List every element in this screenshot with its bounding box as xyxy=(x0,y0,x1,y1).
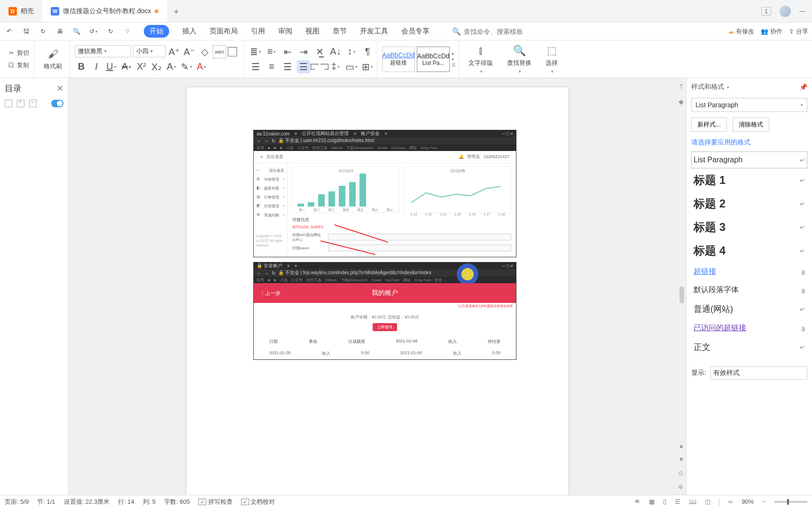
show-marks-icon[interactable]: ¶ xyxy=(361,45,374,58)
sb-pos[interactable]: 设置值: 22.3厘米 xyxy=(64,498,110,506)
tab-daoqiao[interactable]: D 稻壳 xyxy=(0,0,42,22)
document-area[interactable]: ⤒ ◆ aa.51xaker.com×公开社流网站后台管理×账户安全×− □ ×… xyxy=(69,78,686,495)
outdent-icon[interactable]: ⇤ xyxy=(281,45,294,58)
line-spacing-icon[interactable]: ‡▾ xyxy=(329,60,342,73)
web-layout-icon[interactable]: ▦ xyxy=(649,498,655,505)
style-item-h3[interactable]: 标题 3↵ xyxy=(691,215,807,239)
sb-proof[interactable]: ✓ 文档校对 xyxy=(241,498,275,506)
distribute-icon[interactable]: ⫍⫎ xyxy=(313,60,326,73)
print-layout-icon[interactable]: ▯ xyxy=(663,498,666,505)
text-effects-icon[interactable]: ✕̲ xyxy=(313,45,326,58)
print-icon[interactable]: 🖶 xyxy=(55,26,65,37)
new-style-button[interactable]: 新样式... xyxy=(691,118,727,132)
new-tab-button[interactable]: ＋ xyxy=(167,0,186,22)
style-item-h2[interactable]: 标题 2↵ xyxy=(691,192,807,215)
save-icon[interactable]: 🖫 xyxy=(21,26,31,37)
align-left-icon[interactable]: ☰ xyxy=(249,60,262,73)
sb-section[interactable]: 节: 1/1 xyxy=(37,498,55,506)
side-by-side-icon[interactable]: ◫ xyxy=(705,498,710,505)
share-link[interactable]: ⇪分享 xyxy=(789,27,808,36)
find-replace-button[interactable]: 🔍查找替换▾ xyxy=(502,45,536,74)
styles-up-icon[interactable]: ▴ xyxy=(452,50,456,56)
print-preview-icon[interactable]: ↻ xyxy=(38,26,48,37)
tab-member[interactable]: 会员专享 xyxy=(401,27,429,36)
italic-icon[interactable]: I xyxy=(90,60,103,73)
select-button[interactable]: ⬚选择▾ xyxy=(541,45,562,74)
underline-icon[interactable]: U▾ xyxy=(105,60,118,73)
collapse-ribbon-icon[interactable]: ⤒ xyxy=(679,83,684,90)
style-item-list-para[interactable]: List Paragraph↵ xyxy=(691,151,807,168)
outline-icon[interactable]: ☰ xyxy=(675,498,680,505)
toc-minus-icon[interactable]: − xyxy=(29,100,37,107)
style-item-h4[interactable]: 标题 4↵ xyxy=(691,239,807,262)
sb-page[interactable]: 页面: 5/9 xyxy=(5,498,29,506)
style-item-default-font[interactable]: 默认段落字体a xyxy=(691,281,807,299)
clear-format-button[interactable]: 清除格式 xyxy=(733,118,769,132)
style-hyperlink[interactable]: AaBbCcDd 超链接 xyxy=(382,47,415,72)
sb-words[interactable]: 字数: 605 xyxy=(164,498,190,506)
style-list-para[interactable]: AaBbCcDd List Pa... xyxy=(417,47,450,72)
undo-icon[interactable]: ↺▾ xyxy=(88,26,99,37)
ai-icon[interactable]: ◆ xyxy=(679,98,684,105)
align-justify-icon[interactable]: ☰ xyxy=(297,60,310,73)
tab-page-layout[interactable]: 页面布局 xyxy=(210,27,238,36)
zoom-value[interactable]: 90% xyxy=(742,498,754,505)
current-style-select[interactable]: List Paragraph▾ xyxy=(691,98,807,112)
style-item-normal-web[interactable]: 普通(网站)↵ xyxy=(691,299,807,319)
text-layout-button[interactable]: ⫿文字排版▾ xyxy=(464,45,498,74)
tab-dev-tools[interactable]: 开发工具 xyxy=(360,27,388,36)
style-item-hyperlink[interactable]: 超链接a xyxy=(691,262,807,281)
highlight-icon[interactable]: ✎▾ xyxy=(180,60,193,73)
tab-reference[interactable]: 引用 xyxy=(251,27,265,36)
font-color-icon[interactable]: A▾ xyxy=(195,60,208,73)
has-changes-link[interactable]: ☁有修改 xyxy=(728,27,754,36)
shrink-font-icon[interactable]: A⁻ xyxy=(183,45,196,58)
style-item-body[interactable]: 正文↵ xyxy=(691,337,807,357)
bold-icon[interactable]: B xyxy=(75,60,88,73)
avatar-icon[interactable] xyxy=(780,6,791,17)
tab-view[interactable]: 视图 xyxy=(305,27,320,36)
char-border-icon[interactable]: ⃞ xyxy=(228,45,241,58)
tools2-icon[interactable]: ⊕ xyxy=(678,483,684,490)
phonetic-icon[interactable]: wén xyxy=(213,45,226,58)
sb-spell[interactable]: ✓ 拼写检查 xyxy=(198,498,233,506)
scroll-down-icon[interactable]: ▼ xyxy=(678,456,684,463)
toc-collapse-icon[interactable] xyxy=(5,100,12,107)
eye-icon[interactable]: 👁 xyxy=(634,498,640,505)
align-right-icon[interactable]: ☰ xyxy=(281,60,294,73)
indent-icon[interactable]: ⇥ xyxy=(297,45,310,58)
clear-format-icon[interactable]: ◇ xyxy=(198,45,211,58)
back-icon[interactable]: ↶ xyxy=(4,26,14,37)
command-search[interactable]: 🔍 xyxy=(452,27,534,36)
text-direction-icon[interactable]: A↓ xyxy=(329,45,342,58)
scroll-up-icon[interactable]: ▲ xyxy=(678,442,684,449)
shading-icon[interactable]: ▭▾ xyxy=(345,60,358,73)
fit-width-icon[interactable]: ⬄ xyxy=(728,498,733,505)
cut-button[interactable]: ✂剪切 xyxy=(6,48,31,58)
superscript-icon[interactable]: X² xyxy=(135,60,148,73)
tab-review[interactable]: 审阅 xyxy=(278,27,292,36)
toc-toggle[interactable] xyxy=(51,100,63,107)
copy-button[interactable]: ⿻复制 xyxy=(6,60,31,71)
preview-icon[interactable]: 🔍 xyxy=(71,26,82,37)
show-filter-select[interactable]: 有效样式 xyxy=(710,366,807,380)
font-name-select[interactable]: 微软雅黑▾ xyxy=(75,45,131,57)
zoom-out-icon[interactable]: − xyxy=(762,498,766,505)
tab-document[interactable]: W 微信搜题公众号制作教程.docx xyxy=(42,0,167,22)
search-input[interactable] xyxy=(464,28,534,35)
zoom-slider[interactable] xyxy=(774,501,807,503)
reading-icon[interactable]: 📖 xyxy=(689,498,696,505)
toc-expand-icon[interactable]: + xyxy=(17,100,24,107)
redo-icon[interactable]: ↻ xyxy=(105,26,116,37)
more-icon[interactable]: — xyxy=(799,8,805,15)
scrollbar-thumb[interactable] xyxy=(679,286,684,303)
numbering-icon[interactable]: ≡▾ xyxy=(265,45,278,58)
tab-start[interactable]: 开始 xyxy=(144,25,169,38)
page-indicator[interactable]: 1 xyxy=(761,7,771,16)
pin-icon[interactable]: 📌 xyxy=(799,83,807,91)
tools-icon[interactable]: ⊙ xyxy=(678,469,684,476)
sb-line[interactable]: 行: 14 xyxy=(118,498,134,506)
strike-icon[interactable]: A▾ xyxy=(120,60,133,73)
sb-col[interactable]: 列: 5 xyxy=(143,498,156,506)
bullets-icon[interactable]: ≣▾ xyxy=(249,45,262,58)
